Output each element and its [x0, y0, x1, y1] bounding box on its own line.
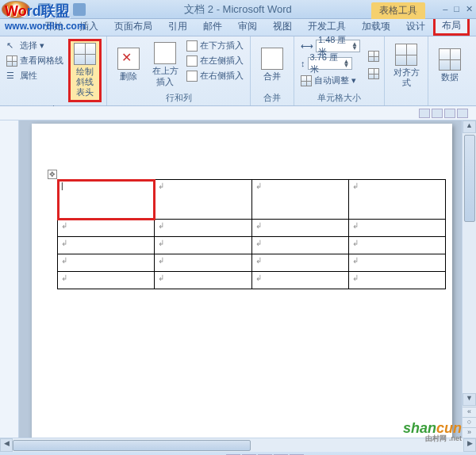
- minimize-button[interactable]: –: [443, 4, 447, 14]
- scrollbar-vertical[interactable]: ▲ ▼ « ○ »: [462, 120, 476, 438]
- draw-diagonal-header-button[interactable]: 绘制斜线表头: [68, 39, 102, 102]
- tab-mailings[interactable]: 邮件: [195, 17, 230, 36]
- data-icon: [439, 48, 461, 71]
- table-cell[interactable]: ↲: [348, 180, 445, 220]
- properties-button[interactable]: ☰属性: [5, 69, 65, 82]
- watermark-wordlm: Word联盟 www.wordlm.com: [5, 2, 86, 32]
- table-cell[interactable]: ↲: [251, 254, 348, 272]
- table-cell[interactable]: ↲: [155, 220, 251, 237]
- insert-right-icon: [186, 71, 198, 82]
- document-area: ✥ ↲ ↲ ↲ ↲↲↲↲ ↲↲↲↲ ↲↲↲↲ ↲↲↲↲ ▲ ▼ « ○ »: [0, 120, 476, 438]
- table-cell[interactable]: ↲: [58, 220, 155, 237]
- table-row[interactable]: ↲ ↲ ↲: [58, 180, 446, 220]
- browse-object-icon[interactable]: ○: [463, 417, 476, 427]
- insert-left-button[interactable]: 在左侧插入: [185, 54, 245, 67]
- group-table: ↖选择▾ 查看网格线 ☰属性 绘制斜线表头 表: [0, 36, 107, 105]
- group-alignment: 对齐方式: [385, 36, 428, 105]
- scroll-up-icon[interactable]: ▲: [463, 120, 476, 133]
- width-spinner[interactable]: 3.76 厘米▲▼: [308, 57, 352, 70]
- window-title: 文档 2 - Microsoft Word: [184, 2, 292, 17]
- height-spinner[interactable]: 1.48 厘米▲▼: [316, 40, 360, 52]
- tab-developer[interactable]: 开发工具: [300, 17, 354, 36]
- context-tab-table-tools: 表格工具: [371, 2, 425, 19]
- scroll-left-icon[interactable]: ◀: [0, 438, 13, 452]
- table-cell[interactable]: ↲: [58, 272, 155, 289]
- scroll-down-icon[interactable]: ▼: [463, 393, 476, 406]
- group-cellsize-label: 单元格大小: [299, 90, 379, 104]
- select-button[interactable]: ↖选择▾: [5, 39, 65, 52]
- tab-review[interactable]: 审阅: [230, 17, 265, 36]
- table-cell[interactable]: ↲: [251, 237, 348, 254]
- table-row[interactable]: ↲↲↲↲: [58, 254, 446, 272]
- table-cell[interactable]: ↲: [155, 180, 251, 220]
- gridlines-button[interactable]: 查看网格线: [5, 54, 65, 67]
- gridlines-icon: [6, 55, 17, 67]
- ruler-btn-2[interactable]: [432, 109, 443, 118]
- table-cell[interactable]: ↲: [348, 254, 445, 272]
- table-row[interactable]: ↲↲↲↲: [58, 237, 446, 254]
- distribute-rows-icon[interactable]: [368, 51, 379, 62]
- tab-page-layout[interactable]: 页面布局: [106, 17, 160, 36]
- tab-view[interactable]: 视图: [265, 17, 300, 36]
- wm-wo: Wo: [5, 3, 27, 19]
- table-cell-selected[interactable]: [58, 180, 155, 220]
- table-cell[interactable]: ↲: [348, 272, 445, 289]
- document-scroll-area[interactable]: ✥ ↲ ↲ ↲ ↲↲↲↲ ↲↲↲↲ ↲↲↲↲ ↲↲↲↲: [19, 120, 462, 438]
- table-move-handle[interactable]: ✥: [48, 170, 57, 179]
- tab-design[interactable]: 设计: [398, 17, 433, 36]
- table-cell[interactable]: ↲: [251, 220, 348, 237]
- close-button[interactable]: ✕: [466, 4, 473, 14]
- table-cell[interactable]: ↲: [58, 237, 155, 254]
- scroll-thumb-h[interactable]: [13, 440, 251, 451]
- autofit-button[interactable]: 自动调整▾: [299, 74, 362, 87]
- table-cell[interactable]: ↲: [155, 272, 251, 289]
- delete-button[interactable]: 删除: [112, 39, 145, 90]
- table-cell[interactable]: ↲: [155, 254, 251, 272]
- table-cell[interactable]: ↲: [155, 237, 251, 254]
- properties-icon: ☰: [6, 71, 17, 82]
- next-page-icon[interactable]: »: [463, 427, 476, 438]
- insert-above-icon: [154, 42, 176, 64]
- tab-addins[interactable]: 加载项: [354, 17, 398, 36]
- tab-references[interactable]: 引用: [160, 17, 195, 36]
- insert-above-button[interactable]: 在上方插入: [148, 39, 182, 90]
- ruler-btn-3[interactable]: [444, 109, 455, 118]
- table-row[interactable]: ↲↲↲↲: [58, 272, 446, 289]
- group-data: 数据: [428, 36, 471, 105]
- draw-table-icon: [74, 43, 96, 65]
- document-table[interactable]: ↲ ↲ ↲ ↲↲↲↲ ↲↲↲↲ ↲↲↲↲ ↲↲↲↲: [57, 179, 446, 289]
- wm-lianmeng: 联盟: [41, 3, 70, 19]
- table-cell[interactable]: ↲: [251, 180, 348, 220]
- scroll-thumb-v[interactable]: [464, 135, 475, 222]
- distribute-cols-icon[interactable]: [368, 68, 379, 79]
- group-cell-size: ⟷ 1.48 厘米▲▼ ↕ 3.76 厘米▲▼ 自动调整▾ 单元格大小: [294, 36, 385, 105]
- ruler-btn-1[interactable]: [419, 109, 430, 118]
- prev-page-icon[interactable]: «: [463, 407, 476, 417]
- table-row[interactable]: ↲↲↲↲: [58, 220, 446, 237]
- view-ruler-buttons: [419, 109, 468, 118]
- ruler-vertical[interactable]: [0, 120, 19, 438]
- data-button[interactable]: 数据: [433, 39, 466, 93]
- maximize-button[interactable]: □: [454, 4, 459, 14]
- table-cell[interactable]: ↲: [58, 254, 155, 272]
- ruler-btn-4[interactable]: [457, 109, 468, 118]
- table-cell[interactable]: ↲: [348, 237, 445, 254]
- merge-button[interactable]: 合并: [255, 39, 289, 90]
- wm-rd: rd: [27, 3, 41, 19]
- insert-right-button[interactable]: 在右侧插入: [185, 69, 245, 82]
- alignment-button[interactable]: 对齐方式: [390, 39, 423, 93]
- col-width-control[interactable]: ↕ 3.76 厘米▲▼: [299, 56, 362, 71]
- spinner-arrows-icon[interactable]: ▲▼: [351, 42, 358, 50]
- ruler-horizontal[interactable]: [0, 106, 476, 120]
- scroll-right-icon[interactable]: ▶: [463, 438, 476, 452]
- wm-url: www.wordlm.com: [5, 21, 86, 32]
- group-rows-columns: 删除 在上方插入 在下方插入 在左侧插入 在右侧插入 行和列: [107, 36, 251, 105]
- group-rowcol-label: 行和列: [112, 90, 245, 104]
- group-merge: 合并 合并: [251, 36, 294, 105]
- table-cell[interactable]: ↲: [348, 220, 445, 237]
- table-cell[interactable]: ↲: [251, 272, 348, 289]
- group-merge-label: 合并: [255, 90, 289, 104]
- spinner-arrows-icon[interactable]: ▲▼: [344, 59, 350, 67]
- watermark-shancun: shancun 由村网 .net: [403, 420, 462, 444]
- insert-below-button[interactable]: 在下方插入: [185, 39, 245, 52]
